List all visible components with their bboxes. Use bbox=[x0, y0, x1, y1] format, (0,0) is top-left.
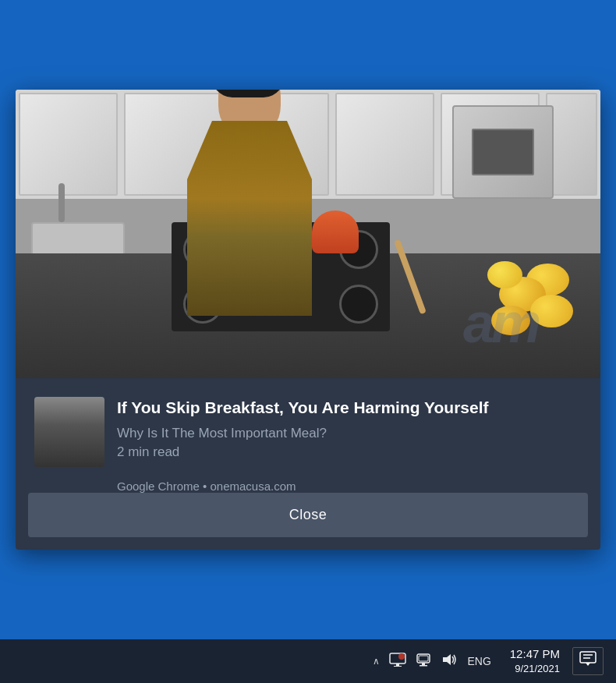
subtitle-text: Why Is It The Most Important Meal? bbox=[117, 426, 327, 441]
citrus-area bbox=[444, 242, 585, 335]
article-thumbnail bbox=[34, 397, 104, 467]
screen-connect-icon[interactable] bbox=[389, 653, 406, 671]
article-domain: onemacusa.com bbox=[211, 480, 296, 493]
network-icon[interactable] bbox=[416, 653, 431, 671]
desktop: am If You Skip Breakfast, You Are Harmin… bbox=[0, 0, 616, 639]
close-button[interactable]: Close bbox=[28, 493, 588, 537]
show-hidden-icons-button[interactable]: ∧ bbox=[373, 656, 380, 667]
action-center-button[interactable] bbox=[572, 647, 604, 675]
separator: • bbox=[203, 480, 207, 493]
close-button-area: Close bbox=[16, 493, 600, 550]
svg-rect-6 bbox=[420, 665, 427, 667]
taskbar: ∧ ENG 1 bbox=[0, 639, 616, 683]
article-meta: Google Chrome • onemacusa.com bbox=[16, 480, 600, 493]
clock-time: 12:47 PM bbox=[510, 646, 560, 662]
svg-rect-5 bbox=[422, 663, 425, 665]
read-time: 2 min read bbox=[117, 444, 179, 459]
article-source: Google Chrome bbox=[117, 480, 200, 493]
article-title: If You Skip Breakfast, You Are Harming Y… bbox=[117, 397, 582, 418]
svg-marker-8 bbox=[443, 654, 451, 665]
article-content: If You Skip Breakfast, You Are Harming Y… bbox=[117, 397, 582, 467]
article-subtitle: Why Is It The Most Important Meal? 2 min… bbox=[117, 424, 582, 462]
pot-2 bbox=[312, 211, 359, 253]
svg-point-1 bbox=[398, 653, 405, 660]
clock-date: 9/21/2021 bbox=[510, 662, 560, 676]
svg-rect-7 bbox=[419, 656, 428, 661]
hero-image[interactable]: am bbox=[16, 90, 600, 378]
volume-icon[interactable] bbox=[441, 653, 458, 671]
svg-rect-2 bbox=[396, 664, 399, 666]
svg-marker-10 bbox=[586, 663, 590, 666]
person-body bbox=[187, 121, 312, 316]
notification-card: am If You Skip Breakfast, You Are Harmin… bbox=[16, 90, 600, 550]
svg-rect-9 bbox=[580, 652, 596, 663]
svg-rect-3 bbox=[394, 666, 402, 667]
language-indicator[interactable]: ENG bbox=[467, 655, 490, 667]
faucet bbox=[58, 183, 65, 222]
taskbar-system-icons: ∧ ENG bbox=[373, 653, 490, 671]
notification-body: If You Skip Breakfast, You Are Harming Y… bbox=[16, 378, 600, 467]
taskbar-clock: 12:47 PM 9/21/2021 bbox=[510, 646, 560, 676]
